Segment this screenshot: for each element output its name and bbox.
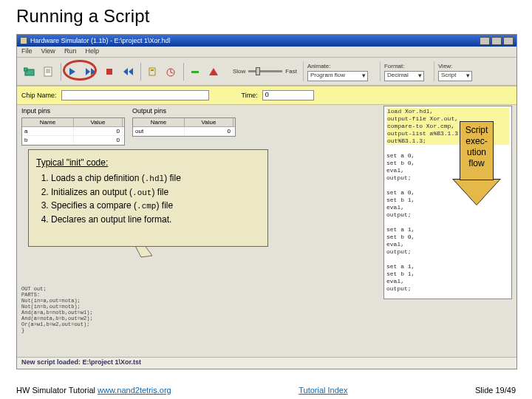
svg-rect-5: [151, 69, 154, 71]
speed-slider[interactable]: [248, 70, 282, 72]
animate-label: Animate:: [307, 63, 370, 69]
close-button[interactable]: [503, 37, 514, 45]
slider-slow-label: Slow: [233, 68, 245, 75]
svg-rect-1: [24, 68, 27, 71]
col-value: Value: [185, 118, 233, 126]
hdl-pane: OUT out; PARTS: Not(in=a,out=nota); Not(…: [21, 286, 169, 351]
table-row[interactable]: out0: [133, 127, 235, 136]
init-code-callout: Typical "init" code: Loads a chip defini…: [28, 149, 268, 247]
svg-rect-4: [149, 68, 155, 75]
format-label: Format:: [384, 63, 424, 69]
stop-button[interactable]: [101, 64, 117, 80]
footer-link-index[interactable]: Tutorial Index: [299, 386, 347, 395]
callout-item: Initializes an output (.out) file: [51, 185, 260, 200]
callout-title: Typical "init" code:: [36, 156, 260, 169]
app-icon: [20, 37, 27, 44]
slider-fast-label: Fast: [285, 68, 297, 75]
eval-button[interactable]: [144, 64, 160, 80]
toolbar: Slow Fast Animate: Program flow Format: …: [17, 58, 516, 86]
chip-info-bar: Chip Name: Time: 0: [17, 86, 516, 105]
col-value: Value: [74, 118, 123, 126]
col-name: Name: [22, 118, 74, 126]
status-bar: New script loaded: E:\project 1\Xor.tst: [17, 357, 516, 369]
time-field: 0: [262, 90, 314, 100]
script-flow-arrow: Script exec- ution flow: [454, 121, 499, 208]
footer-slide-number: Slide 19/49: [475, 386, 516, 395]
svg-rect-7: [191, 71, 199, 73]
chip-name-field[interactable]: [61, 90, 209, 100]
callout-item: Loads a chip definition (.hdl) file: [51, 171, 260, 185]
speed-slider-area: Slow Fast: [233, 68, 297, 75]
animate-select[interactable]: Program flow: [307, 71, 368, 81]
menu-view[interactable]: View: [41, 47, 55, 56]
callout-item: Specifies a compare (.cmp) file: [51, 199, 260, 213]
chip-name-label: Chip Name:: [21, 92, 57, 99]
slide-title: Running a Script: [0, 0, 532, 31]
output-pins-header: Output pins: [132, 107, 166, 115]
rewind-button[interactable]: [120, 64, 136, 80]
window-titlebar: Hardware Simulator (1.1b) - E:\project 1…: [17, 35, 516, 47]
menu-run[interactable]: Run: [64, 47, 77, 56]
output-pins-grid: NameValue out0: [132, 117, 236, 137]
menu-file[interactable]: File: [21, 47, 33, 56]
input-pins-header: Input pins: [21, 107, 132, 115]
tick-tock-button[interactable]: [163, 64, 179, 80]
minimize-button[interactable]: [480, 37, 490, 45]
slide-footer: HW Simulator Tutorial www.nand2tetris.or…: [16, 386, 516, 395]
input-pins-grid: NameValue a0 b0: [21, 117, 125, 146]
load-script-button[interactable]: [40, 64, 56, 80]
run-button[interactable]: [83, 64, 99, 80]
load-chip-button[interactable]: [21, 64, 38, 80]
footer-link-home[interactable]: www.nand2tetris.org: [98, 386, 171, 395]
callout-item: Declares an output line format.: [51, 213, 260, 226]
single-step-button[interactable]: [64, 64, 81, 80]
menubar: File View Run Help: [17, 47, 516, 58]
format-select[interactable]: Decimal: [384, 71, 424, 81]
time-label: Time:: [242, 92, 258, 99]
view-label: View:: [438, 63, 472, 69]
window-title: Hardware Simulator (1.1b) - E:\project 1…: [30, 37, 480, 44]
table-row[interactable]: b0: [22, 136, 124, 145]
svg-rect-3: [106, 69, 112, 75]
svg-rect-2: [44, 67, 52, 76]
view-select[interactable]: Script: [438, 71, 472, 81]
breakpoints-button[interactable]: [187, 64, 203, 80]
menu-help[interactable]: Help: [85, 47, 99, 56]
maximize-button[interactable]: [491, 37, 502, 45]
screen-button[interactable]: [205, 64, 222, 80]
footer-left: HW Simulator Tutorial www.nand2tetris.or…: [16, 386, 171, 395]
col-name: Name: [133, 118, 185, 126]
table-row[interactable]: a0: [22, 127, 124, 136]
